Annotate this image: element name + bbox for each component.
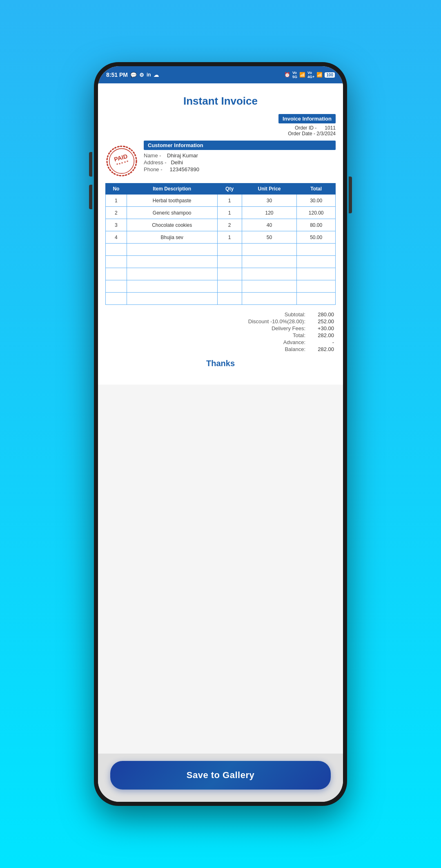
svg-point-1 <box>109 149 134 174</box>
balance-row: Balance: 282.00 <box>107 346 334 352</box>
cell-unit-price <box>242 293 297 305</box>
save-to-gallery-button[interactable]: Save to Gallery <box>110 761 331 790</box>
table-row <box>106 280 336 293</box>
table-row: 1 Herbal toothpaste 1 30 30.00 <box>106 195 336 207</box>
cell-unit-price <box>242 280 297 293</box>
customer-info-badge: Customer Information <box>144 141 336 150</box>
col-desc: Item Description <box>127 183 217 195</box>
table-row: 2 Generic shampoo 1 120 120.00 <box>106 207 336 219</box>
cell-no <box>106 280 127 293</box>
cell-desc <box>127 293 217 305</box>
cell-total <box>297 256 336 268</box>
network-4g: Vo4G+ <box>307 71 314 79</box>
table-row <box>106 244 336 256</box>
customer-section: PAID ★ ★ ★ ★ ★ Customer Information Name… <box>105 141 336 177</box>
total-row: Total: 282.00 <box>107 332 334 338</box>
cell-desc: Herbal toothpaste <box>127 195 217 207</box>
settings-icon: ⚙ <box>139 72 144 78</box>
signal-icon1: 📶 <box>299 72 305 78</box>
table-row: 4 Bhujia sev 1 50 50.00 <box>106 231 336 244</box>
cell-unit-price <box>242 268 297 280</box>
table-row <box>106 256 336 268</box>
name-value: Dhiraj Kumar <box>167 152 198 159</box>
cell-no <box>106 244 127 256</box>
customer-name-row: Name - Dhiraj Kumar <box>144 152 336 159</box>
delivery-value: +30.00 <box>305 325 334 331</box>
discount-row: Discount -10.0%(28.00): 252.00 <box>107 318 334 324</box>
cell-desc <box>127 280 217 293</box>
cell-total: 50.00 <box>297 231 336 244</box>
cell-no: 4 <box>106 231 127 244</box>
phone-label: Phone - <box>144 166 163 172</box>
cell-total <box>297 268 336 280</box>
status-right: ⏰ Vo5G 📶 Vo4G+ 📶 100 <box>284 71 335 79</box>
cell-qty: 1 <box>217 231 242 244</box>
order-id-row: Order ID - 1011 <box>295 125 336 131</box>
subtotal-row: Subtotal: 280.00 <box>107 311 334 318</box>
cell-desc: Chocolate cookies <box>127 219 217 231</box>
discount-value: 252.00 <box>305 318 334 324</box>
col-qty: Qty <box>217 183 242 195</box>
cell-qty <box>217 293 242 305</box>
balance-label: Balance: <box>216 346 305 352</box>
delivery-row: Delivery Fees: +30.00 <box>107 325 334 331</box>
whatsapp-icon: 💬 <box>130 72 137 78</box>
cell-total: 80.00 <box>297 219 336 231</box>
cell-qty <box>217 280 242 293</box>
cell-no: 2 <box>106 207 127 219</box>
cell-desc <box>127 268 217 280</box>
cell-no: 3 <box>106 219 127 231</box>
col-total: Total <box>297 183 336 195</box>
thanks-text: Thanks <box>105 359 336 368</box>
address-value: Delhi <box>171 159 183 166</box>
order-id-label: Order ID - <box>295 125 316 131</box>
power-button <box>349 177 352 213</box>
cell-qty: 1 <box>217 195 242 207</box>
discount-label: Discount -10.0%(28.00): <box>216 318 305 324</box>
customer-info: Customer Information Name - Dhiraj Kumar… <box>144 141 336 173</box>
cell-unit-price: 40 <box>242 219 297 231</box>
cell-no <box>106 268 127 280</box>
volume-down-button <box>89 185 92 209</box>
subtotal-value: 280.00 <box>305 311 334 318</box>
cell-unit-price <box>242 256 297 268</box>
subtotal-label: Subtotal: <box>216 311 305 318</box>
signal-icon2: 📶 <box>316 72 323 78</box>
cell-no <box>106 256 127 268</box>
phone-value: 1234567890 <box>170 166 199 172</box>
cell-qty: 1 <box>217 207 242 219</box>
address-label: Address - <box>144 159 167 166</box>
status-left: 8:51 PM 💬 ⚙ in ☁ <box>106 72 159 78</box>
invoice-content: Instant Invoice Invoice Information Orde… <box>98 83 343 754</box>
name-label: Name - <box>144 152 161 159</box>
col-no: No <box>106 183 127 195</box>
balance-value: 282.00 <box>305 346 334 352</box>
order-date-label: Order Date - <box>288 131 315 136</box>
table-header-row: No Item Description Qty Unit Price Total <box>106 183 336 195</box>
total-label: Total: <box>216 332 305 338</box>
cell-total: 120.00 <box>297 207 336 219</box>
battery-indicator: 100 <box>325 72 335 78</box>
cell-total <box>297 280 336 293</box>
cell-unit-price: 120 <box>242 207 297 219</box>
table-row <box>106 268 336 280</box>
cell-unit-price <box>242 244 297 256</box>
customer-address-row: Address - Delhi <box>144 159 336 166</box>
profile-icon: ☁ <box>154 72 159 78</box>
invoice-info-badge: Invoice Information <box>278 114 336 123</box>
phone-mockup: 8:51 PM 💬 ⚙ in ☁ ⏰ Vo5G 📶 Vo4G+ 📶 100 In… <box>94 62 347 806</box>
cell-qty: 2 <box>217 219 242 231</box>
advance-label: Advance: <box>216 339 305 345</box>
customer-phone-row: Phone - 1234567890 <box>144 166 336 172</box>
order-date-row: Order Date - 2/3/2024 <box>288 131 336 136</box>
save-area: Save to Gallery <box>98 754 343 802</box>
cell-desc <box>127 244 217 256</box>
cell-unit-price: 50 <box>242 231 297 244</box>
cell-total <box>297 244 336 256</box>
cell-desc: Generic shampoo <box>127 207 217 219</box>
time-display: 8:51 PM <box>106 72 128 78</box>
cell-unit-price: 30 <box>242 195 297 207</box>
cell-qty <box>217 244 242 256</box>
status-bar: 8:51 PM 💬 ⚙ in ☁ ⏰ Vo5G 📶 Vo4G+ 📶 100 <box>98 66 343 83</box>
paid-stamp: PAID ★ ★ ★ ★ ★ <box>105 145 138 177</box>
